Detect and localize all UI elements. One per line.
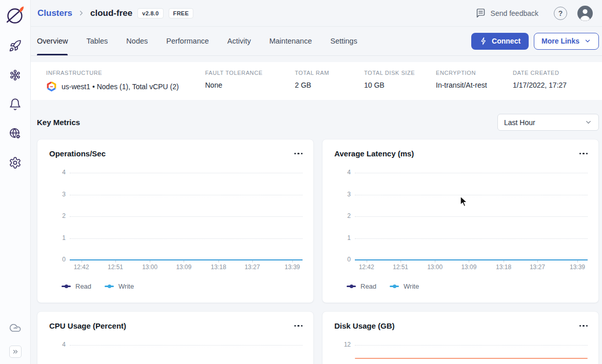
chart-plot-area: 43210 [355, 173, 588, 260]
info-field-label: INFRASTRUCTURE [46, 70, 205, 76]
chart-card-cpu: CPU Usage (Percent)43210 [37, 311, 314, 364]
page-title-cluster-name: cloud-free [90, 8, 132, 18]
breadcrumb-chevron-icon [77, 9, 85, 17]
info-field-label: TOTAL RAM [295, 70, 364, 76]
chevron-down-icon [584, 37, 591, 45]
info-field-value: 2 GB [295, 81, 364, 89]
chart-title: Average Latency (ms) [334, 149, 414, 158]
chart-legend: ReadWrite [62, 282, 303, 290]
info-field-value: 1/17/2022, 17:27 [513, 81, 602, 89]
info-field-value: 10 GB [364, 81, 436, 89]
tab-nodes[interactable]: Nodes [126, 27, 148, 55]
chart-title: Disk Usage (GB) [334, 321, 395, 330]
chart-plot-area: 12 [355, 345, 588, 364]
info-field-total-disk-size: TOTAL DISK SIZE10 GB [364, 70, 436, 100]
chart-menu-button[interactable] [294, 323, 303, 329]
chart-menu-button[interactable] [579, 151, 588, 157]
version-badge: v2.8.0 [137, 8, 163, 18]
legend-item-write[interactable]: Write [105, 282, 134, 290]
expand-sidebar-icon[interactable] [9, 346, 22, 358]
more-links-label: More Links [541, 37, 579, 45]
tab-settings[interactable]: Settings [330, 27, 357, 55]
key-metrics-row: Key Metrics Last Hour [37, 114, 599, 131]
bell-icon[interactable] [9, 97, 22, 111]
tab-actions: Connect More Links [471, 27, 599, 55]
chart-menu-button[interactable] [579, 323, 588, 329]
globe-settings-icon[interactable] [9, 127, 22, 140]
info-field-label: FAULT TOLERANCE [205, 70, 295, 76]
sidebar-bottom [9, 321, 22, 358]
gcp-icon [46, 81, 57, 92]
chart-title: Operations/Sec [49, 149, 106, 158]
info-field-value: us-west1 • Nodes (1), Total vCPU (2) [46, 81, 205, 92]
more-links-button[interactable]: More Links [534, 33, 599, 50]
plan-badge: FREE [169, 8, 194, 18]
gear-icon[interactable] [9, 156, 22, 169]
tab-tables[interactable]: Tables [86, 27, 108, 55]
chart-card-latency: Average Latency (ms)4321012:4212:5113:00… [322, 139, 599, 303]
charts-grid: Operations/Sec4321012:4212:5113:0013:091… [37, 139, 599, 364]
lightning-icon [479, 37, 488, 45]
legend-item-read[interactable]: Read [62, 282, 91, 290]
cloud-icon[interactable] [9, 321, 22, 334]
legend-item-read[interactable]: Read [347, 282, 376, 290]
time-range-value: Last Hour [504, 118, 535, 127]
info-bar: INFRASTRUCTURE us-west1 • Nodes (1), Tot… [31, 62, 602, 100]
connect-button[interactable]: Connect [471, 33, 529, 50]
legend-item-write[interactable]: Write [390, 282, 419, 290]
chart-legend: ReadWrite [347, 282, 588, 290]
chart-card-disk: Disk Usage (GB)12 [322, 311, 599, 364]
info-field-value: None [205, 81, 295, 89]
feedback-bubble-icon [475, 8, 486, 18]
tab-activity[interactable]: Activity [227, 27, 251, 55]
connect-button-label: Connect [492, 37, 520, 45]
time-range-select[interactable]: Last Hour [497, 114, 599, 131]
sidebar-nav [9, 39, 22, 169]
cluster-network-icon[interactable] [9, 68, 22, 82]
info-field-value: In-transit/At-rest [436, 81, 513, 89]
planet-logo[interactable] [5, 4, 26, 26]
series-line-disk [355, 358, 588, 359]
top-right-actions: Send feedback ? [475, 6, 593, 21]
info-field-total-ram: TOTAL RAM2 GB [295, 70, 364, 100]
top-bar: Clusters cloud-free v2.8.0 FREE Send fee… [31, 0, 602, 27]
send-feedback-button[interactable]: Send feedback [475, 8, 538, 18]
chart-card-ops: Operations/Sec4321012:4212:5113:0013:091… [37, 139, 314, 303]
info-field-label: ENCRYPTION [436, 70, 513, 76]
main-content: Clusters cloud-free v2.8.0 FREE Send fee… [31, 0, 602, 364]
info-field-date-created: DATE CREATED1/17/2022, 17:27 [513, 70, 602, 100]
rocket-icon[interactable] [9, 39, 22, 52]
tab-list: OverviewTablesNodesPerformanceActivityMa… [37, 27, 376, 55]
tab-maintenance[interactable]: Maintenance [269, 27, 312, 55]
help-icon[interactable]: ? [554, 7, 567, 20]
avatar[interactable] [577, 6, 593, 21]
chart-plot-area: 43210 [70, 345, 303, 364]
info-field-infrastructure: INFRASTRUCTURE us-west1 • Nodes (1), Tot… [46, 70, 205, 100]
info-field-fault-tolerance: FAULT TOLERANCENone [205, 70, 295, 100]
info-field-encryption: ENCRYPTIONIn-transit/At-rest [436, 70, 513, 100]
chevron-down-icon [585, 118, 592, 126]
breadcrumb-clusters-link[interactable]: Clusters [37, 8, 72, 18]
chart-title: CPU Usage (Percent) [49, 321, 126, 330]
send-feedback-label: Send feedback [491, 9, 538, 17]
info-field-label: DATE CREATED [513, 70, 602, 76]
chart-menu-button[interactable] [294, 151, 303, 157]
tab-performance[interactable]: Performance [166, 27, 209, 55]
chart-plot-area: 43210 [70, 173, 303, 260]
info-field-label: TOTAL DISK SIZE [364, 70, 436, 76]
tab-overview[interactable]: Overview [37, 27, 68, 55]
series-line-write [70, 259, 303, 260]
tab-bar: OverviewTablesNodesPerformanceActivityMa… [31, 27, 602, 56]
series-line-write [355, 259, 588, 260]
sidebar [0, 0, 31, 364]
key-metrics-title: Key Metrics [37, 118, 80, 127]
